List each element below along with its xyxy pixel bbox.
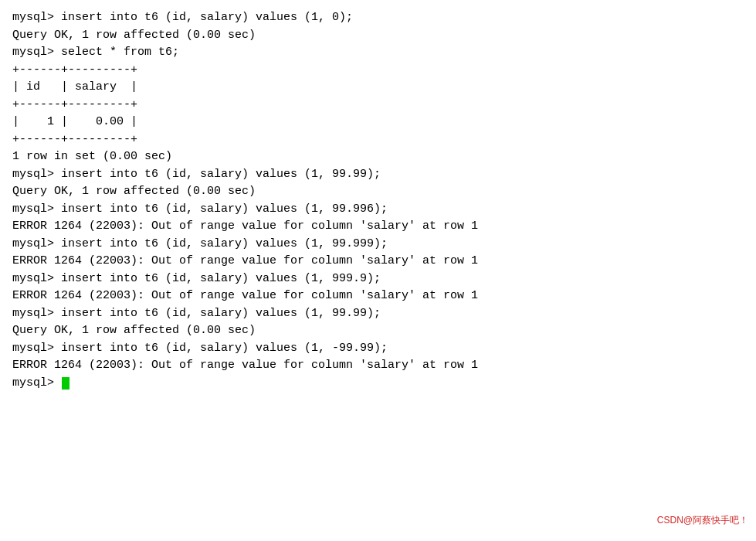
cursor (62, 377, 69, 390)
terminal-line: mysql> insert into t6 (id, salary) value… (12, 9, 744, 27)
terminal-line: 1 row in set (0.00 sec) (12, 148, 744, 166)
terminal-line: +------+---------+ (12, 62, 744, 80)
terminal-line: Query OK, 1 row affected (0.00 sec) (12, 27, 744, 45)
terminal-line: | id | salary | (12, 79, 744, 97)
watermark: CSDN@阿蔡快手吧！ (657, 513, 748, 527)
terminal-line: mysql> insert into t6 (id, salary) value… (12, 270, 744, 288)
terminal-line: mysql> select * from t6; (12, 44, 744, 62)
terminal-line: mysql> insert into t6 (id, salary) value… (12, 236, 744, 253)
terminal-line: mysql> (12, 375, 744, 393)
terminal-line: | 1 | 0.00 | (12, 114, 744, 131)
terminal-line: +------+---------+ (12, 97, 744, 114)
terminal-line: ERROR 1264 (22003): Out of range value f… (12, 357, 744, 375)
terminal-line: mysql> insert into t6 (id, salary) value… (12, 340, 744, 358)
terminal-line: mysql> insert into t6 (id, salary) value… (12, 201, 744, 219)
terminal-line: ERROR 1264 (22003): Out of range value f… (12, 218, 744, 236)
terminal-line: mysql> insert into t6 (id, salary) value… (12, 166, 744, 184)
terminal-line: mysql> insert into t6 (id, salary) value… (12, 305, 744, 323)
terminal-line: +------+---------+ (12, 131, 744, 149)
terminal-line: ERROR 1264 (22003): Out of range value f… (12, 288, 744, 305)
terminal-window: mysql> insert into t6 (id, salary) value… (0, 0, 756, 541)
terminal-line: Query OK, 1 row affected (0.00 sec) (12, 183, 744, 201)
terminal-line: ERROR 1264 (22003): Out of range value f… (12, 253, 744, 270)
terminal-line: Query OK, 1 row affected (0.00 sec) (12, 322, 744, 340)
